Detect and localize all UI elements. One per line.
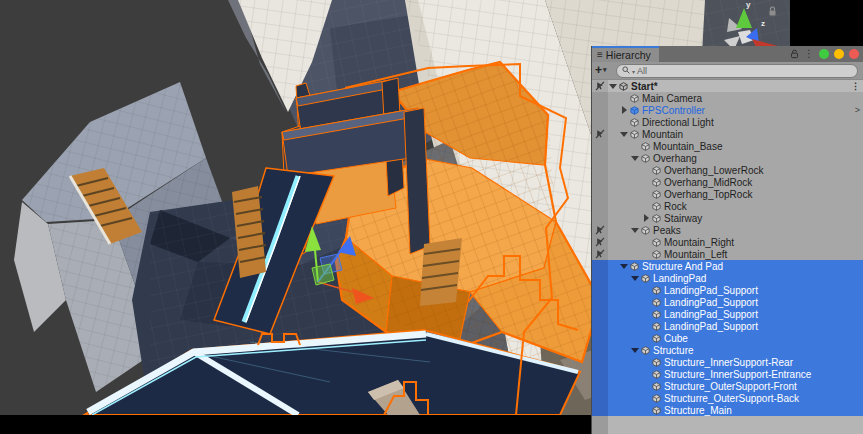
row-label: LandingPad_Support: [664, 297, 758, 308]
row-label: Cube: [664, 333, 688, 344]
row-label: Overhang_LowerRock: [664, 165, 764, 176]
hierarchy-row[interactable]: Start*⋮: [592, 80, 863, 92]
empty-space: [608, 416, 863, 434]
row-label: LandingPad_Support: [664, 285, 758, 296]
hierarchy-row[interactable]: Stairway: [592, 212, 863, 224]
row-label: Overhang_TopRock: [664, 189, 752, 200]
indent-spacer: [608, 164, 641, 176]
window-dot-red[interactable]: [849, 49, 859, 59]
indent-spacer: [608, 260, 619, 272]
hierarchy-row[interactable]: Overhang_LowerRock: [592, 164, 863, 176]
row-label: Peaks: [653, 225, 681, 236]
scene-options-kebab-icon[interactable]: ⋮: [851, 82, 860, 91]
row-label: Structurre_OuterSupport-Back: [664, 393, 799, 404]
hierarchy-row[interactable]: Cube: [592, 332, 863, 344]
unity-editor: y z x ≡ Hierarchy ⋮: [0, 0, 863, 434]
window-dot-green[interactable]: [819, 49, 829, 59]
indent-spacer: [608, 284, 641, 296]
row-gutter: [592, 368, 608, 380]
window-dot-yellow[interactable]: [834, 49, 844, 59]
hierarchy-toolbar: +▾ ▾ All: [592, 62, 863, 80]
row-label: Structure_OuterSupport-Front: [664, 381, 797, 392]
row-gutter: [592, 152, 608, 164]
expand-arrow-icon[interactable]: [630, 344, 640, 356]
hierarchy-row[interactable]: Structure_InnerSupport-Entrance: [592, 368, 863, 380]
expand-placeholder: [641, 308, 651, 320]
hierarchy-row[interactable]: Main Camera: [592, 92, 863, 104]
hierarchy-row[interactable]: Overhang_TopRock: [592, 188, 863, 200]
picking-toggle-icon[interactable]: [592, 236, 608, 248]
expand-placeholder: [641, 188, 651, 200]
picking-toggle-icon[interactable]: [592, 248, 608, 260]
indent-spacer: [608, 92, 619, 104]
expand-arrow-icon[interactable]: [630, 272, 640, 284]
search-filter-caret-icon[interactable]: ▾: [632, 68, 635, 75]
row-label: Main Camera: [642, 93, 702, 104]
expand-arrow-icon[interactable]: [619, 260, 629, 272]
hierarchy-row[interactable]: Structurre_OuterSupport-Back: [592, 392, 863, 404]
cube-icon: [651, 236, 662, 248]
hierarchy-row[interactable]: FPSController>: [592, 104, 863, 116]
search-value: All: [637, 66, 647, 76]
expand-placeholder: [619, 92, 629, 104]
hierarchy-row[interactable]: Structure And Pad: [592, 260, 863, 272]
expand-placeholder: [641, 332, 651, 344]
row-label: FPSController: [642, 105, 705, 116]
hierarchy-row[interactable]: Structure_OuterSupport-Front: [592, 380, 863, 392]
indent-spacer: [608, 272, 630, 284]
expand-arrow-icon[interactable]: [630, 224, 640, 236]
expand-arrow-icon[interactable]: [641, 212, 651, 224]
hierarchy-row[interactable]: Mountain_Base: [592, 140, 863, 152]
expand-placeholder: [630, 140, 640, 152]
indent-spacer: [608, 116, 619, 128]
cube-icon: [651, 332, 662, 344]
hierarchy-row[interactable]: LandingPad_Support: [592, 284, 863, 296]
row-label: Mountain_Right: [664, 237, 734, 248]
picking-toggle-icon[interactable]: [592, 224, 608, 236]
expand-arrow-icon[interactable]: [619, 104, 629, 116]
hierarchy-row[interactable]: LandingPad: [592, 272, 863, 284]
hierarchy-row[interactable]: Structure: [592, 344, 863, 356]
hierarchy-row[interactable]: Peaks: [592, 224, 863, 236]
row-gutter: [592, 404, 608, 416]
cube-icon: [651, 284, 662, 296]
hierarchy-row[interactable]: Mountain_Left: [592, 248, 863, 260]
hierarchy-row[interactable]: LandingPad_Support: [592, 308, 863, 320]
gutter-column: [592, 416, 608, 434]
hierarchy-row[interactable]: Structure_Main: [592, 404, 863, 416]
indent-spacer: [608, 248, 641, 260]
row-label: LandingPad_Support: [664, 321, 758, 332]
hierarchy-row[interactable]: Directional Light: [592, 116, 863, 128]
create-button[interactable]: +▾: [595, 63, 607, 77]
cube-icon: [640, 272, 651, 284]
hierarchy-row[interactable]: Overhang: [592, 152, 863, 164]
hierarchy-empty-area[interactable]: [592, 416, 863, 434]
hierarchy-row[interactable]: LandingPad_Support: [592, 320, 863, 332]
tab-hierarchy[interactable]: ≡ Hierarchy: [592, 46, 659, 62]
picking-toggle-icon[interactable]: [592, 80, 608, 92]
row-gutter: [592, 392, 608, 404]
row-gutter: [592, 92, 608, 104]
search-input[interactable]: ▾ All: [616, 64, 858, 78]
hierarchy-row[interactable]: Mountain_Right: [592, 236, 863, 248]
scene-lock-icon[interactable]: [768, 6, 777, 17]
row-label: Structure And Pad: [642, 261, 723, 272]
expand-arrow-icon[interactable]: [619, 128, 629, 140]
cube-icon: [640, 152, 651, 164]
expand-arrow-icon[interactable]: [630, 152, 640, 164]
hierarchy-row[interactable]: LandingPad_Support: [592, 296, 863, 308]
row-label: Overhang: [653, 153, 697, 164]
hierarchy-row[interactable]: Mountain: [592, 128, 863, 140]
expand-arrow-icon[interactable]: [608, 80, 618, 92]
cube-icon: [651, 164, 662, 176]
cube-icon: [651, 308, 662, 320]
prefab-open-chevron-icon[interactable]: >: [855, 106, 860, 115]
picking-toggle-icon[interactable]: [592, 128, 608, 140]
hierarchy-row[interactable]: Structure_InnerSupport-Rear: [592, 356, 863, 368]
expand-placeholder: [619, 116, 629, 128]
kebab-menu-icon[interactable]: ⋮: [804, 49, 814, 59]
cube-icon: [651, 404, 662, 416]
hierarchy-row[interactable]: Rock: [592, 200, 863, 212]
hierarchy-row[interactable]: Overhang_MidRock: [592, 176, 863, 188]
lock-icon[interactable]: [790, 45, 799, 63]
